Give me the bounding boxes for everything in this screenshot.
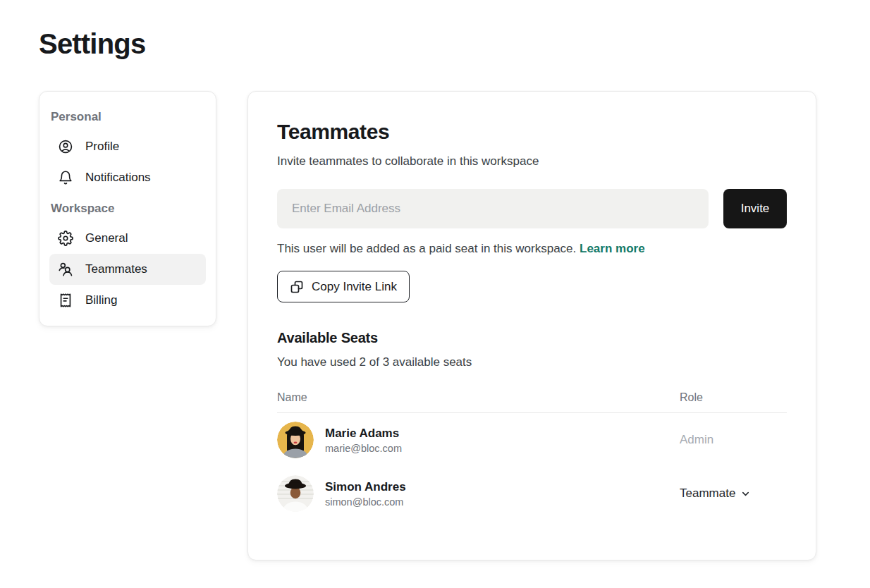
- table-row: Marie Adams marie@bloc.com Admin: [277, 413, 787, 467]
- copy-icon: [290, 280, 304, 294]
- person-name: Simon Andres: [325, 480, 406, 494]
- person-identity: Simon Andres simon@bloc.com: [325, 480, 406, 508]
- person-email: simon@bloc.com: [325, 496, 406, 508]
- learn-more-link[interactable]: Learn more: [580, 242, 645, 255]
- role-dropdown[interactable]: Teammate: [680, 486, 787, 501]
- person-name: Marie Adams: [325, 427, 402, 441]
- sidebar-item-profile[interactable]: Profile: [49, 131, 206, 162]
- sidebar-item-general[interactable]: General: [49, 223, 206, 254]
- receipt-icon: [58, 293, 73, 308]
- role-value-admin: Admin: [680, 433, 787, 447]
- sidebar-item-label: Teammates: [85, 262, 147, 276]
- column-header-role: Role: [680, 391, 787, 404]
- column-header-name: Name: [277, 391, 680, 404]
- panel-subtitle: Invite teammates to collaborate in this …: [277, 154, 787, 169]
- person-email: marie@bloc.com: [325, 443, 402, 454]
- users-icon: [58, 262, 73, 277]
- available-seats-heading: Available Seats: [277, 330, 787, 346]
- email-input[interactable]: [277, 189, 709, 228]
- user-circle-icon: [58, 139, 73, 154]
- invite-button[interactable]: Invite: [723, 189, 787, 228]
- settings-layout: Personal Profile Notification: [39, 91, 870, 561]
- copy-invite-link-label: Copy Invite Link: [312, 280, 397, 294]
- paid-seat-note-text: This user will be added as a paid seat i…: [277, 242, 576, 255]
- sidebar-item-notifications[interactable]: Notifications: [49, 162, 206, 193]
- sidebar-item-label: Billing: [85, 293, 117, 307]
- sidebar-item-label: Profile: [85, 140, 119, 154]
- seats-summary: You have used 2 of 3 available seats: [277, 355, 787, 369]
- page-title: Settings: [39, 28, 870, 60]
- sidebar-section-workspace: Workspace: [49, 193, 206, 223]
- role-dropdown-label: Teammate: [680, 486, 735, 501]
- person-cell: Simon Andres simon@bloc.com: [277, 475, 680, 512]
- sidebar-item-teammates[interactable]: Teammates: [49, 254, 206, 285]
- sidebar-item-label: General: [85, 231, 128, 245]
- settings-page: Settings Personal Profile: [0, 0, 870, 561]
- settings-sidebar: Personal Profile Notification: [39, 91, 216, 326]
- bell-icon: [58, 170, 73, 185]
- copy-invite-link-button[interactable]: Copy Invite Link: [277, 271, 410, 302]
- sidebar-item-label: Notifications: [85, 171, 151, 185]
- person-identity: Marie Adams marie@bloc.com: [325, 427, 402, 454]
- paid-seat-note: This user will be added as a paid seat i…: [277, 242, 787, 256]
- invite-form: Invite: [277, 189, 787, 228]
- teammates-table: Name Role: [277, 391, 787, 520]
- teammates-panel: Teammates Invite teammates to collaborat…: [247, 91, 816, 561]
- panel-title: Teammates: [277, 120, 787, 144]
- avatar: [277, 422, 314, 458]
- table-header: Name Role: [277, 391, 787, 413]
- chevron-down-icon: [740, 489, 751, 499]
- avatar: [277, 475, 314, 512]
- sidebar-section-personal: Personal: [49, 102, 206, 131]
- sidebar-item-billing[interactable]: Billing: [49, 285, 206, 316]
- person-cell: Marie Adams marie@bloc.com: [277, 422, 680, 458]
- table-row: Simon Andres simon@bloc.com Teammate: [277, 467, 787, 520]
- gear-icon: [58, 231, 73, 246]
